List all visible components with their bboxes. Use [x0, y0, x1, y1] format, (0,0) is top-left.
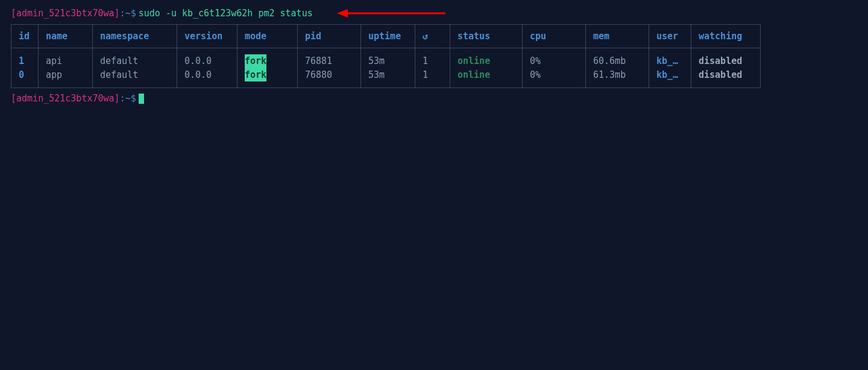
command-prompt-line: [admin_521c3btx70wa]:~$ sudo -u kb_c6t12… — [11, 7, 857, 19]
cell-restart: 1 — [423, 54, 442, 68]
prompt-open-bracket: [ — [11, 8, 16, 19]
prompt-colon: : — [120, 8, 125, 19]
active-prompt-line[interactable]: [admin_521c3btx70wa]:~$ — [11, 93, 857, 104]
prompt-path: ~ — [125, 93, 131, 104]
cell-status: online — [458, 54, 515, 68]
header-status: status — [450, 25, 523, 48]
annotation-arrow — [337, 7, 445, 19]
cell-user: kb_… — [656, 54, 684, 68]
cell-watching: disabled — [699, 68, 753, 82]
prompt-close-bracket: ] — [115, 93, 120, 104]
cell-restart: 1 — [423, 68, 442, 82]
table-data-row: 1 0 api app default default 0.0.0 0.0.0 … — [11, 48, 761, 88]
header-id: id — [11, 25, 39, 48]
cell-uptime: 53m — [368, 68, 407, 82]
cell-version: 0.0.0 — [184, 54, 230, 68]
cell-version: 0.0.0 — [184, 68, 230, 82]
prompt-username: admin_521c3btx70wa — [16, 93, 115, 104]
header-mode: mode — [237, 25, 298, 48]
header-mem: mem — [586, 25, 649, 48]
entered-command: sudo -u kb_c6t123w62h pm2 status — [139, 8, 313, 19]
table-header-row: id name namespace version mode pid uptim… — [11, 25, 761, 48]
cell-id: 1 — [19, 54, 31, 68]
cell-namespace: default — [100, 68, 169, 82]
prompt-colon: : — [120, 93, 125, 104]
cell-id: 0 — [19, 68, 31, 82]
cell-mode: fork — [245, 54, 266, 68]
header-watching: watching — [691, 25, 761, 48]
svg-marker-1 — [337, 9, 348, 18]
prompt-open-bracket: [ — [11, 93, 16, 104]
header-version: version — [177, 25, 237, 48]
cell-cpu: 0% — [530, 54, 578, 68]
prompt-symbol: $ — [131, 8, 136, 19]
cell-mem: 61.3mb — [593, 68, 641, 82]
header-uptime: uptime — [361, 25, 415, 48]
prompt-symbol: $ — [131, 93, 136, 104]
cell-watching: disabled — [699, 54, 753, 68]
cell-mem: 60.6mb — [593, 54, 641, 68]
header-restart: ↺ — [415, 25, 450, 48]
prompt-path: ~ — [125, 8, 131, 19]
header-name: name — [39, 25, 93, 48]
cell-namespace: default — [100, 54, 169, 68]
header-namespace: namespace — [93, 25, 177, 48]
terminal-cursor — [139, 94, 144, 104]
cell-user: kb_… — [656, 68, 684, 82]
header-cpu: cpu — [523, 25, 586, 48]
cell-uptime: 53m — [368, 54, 407, 68]
cell-cpu: 0% — [530, 68, 578, 82]
arrow-icon — [337, 7, 445, 19]
prompt-close-bracket: ] — [115, 8, 120, 19]
cell-name: api — [46, 54, 85, 68]
cell-status: online — [458, 68, 515, 82]
cell-name: app — [46, 68, 85, 82]
cell-pid: 76881 — [305, 54, 353, 68]
header-pid: pid — [298, 25, 361, 48]
cell-mode: fork — [245, 68, 266, 82]
prompt-username: admin_521c3btx70wa — [16, 8, 115, 19]
header-user: user — [649, 25, 691, 48]
pm2-status-table: id name namespace version mode pid uptim… — [11, 24, 761, 88]
cell-pid: 76880 — [305, 68, 353, 82]
